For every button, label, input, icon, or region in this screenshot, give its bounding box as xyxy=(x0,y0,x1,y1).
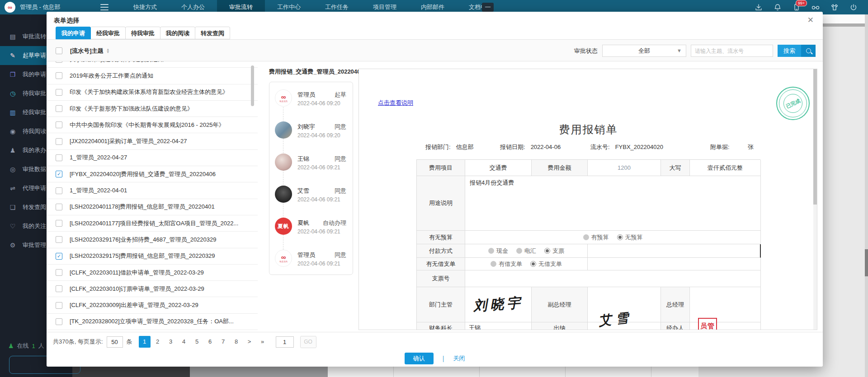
page-1[interactable]: 1 xyxy=(139,336,151,348)
logout-power-icon[interactable] xyxy=(849,3,858,12)
list-item[interactable]: 中共中央国务院印发《中长期青年发展规划2016 - 2025年》 xyxy=(47,117,258,133)
message-icon[interactable]: 99+ xyxy=(792,3,801,12)
approver-name: 刘晓宇 xyxy=(297,123,315,131)
tab-转发查阅[interactable]: 转发查阅 xyxy=(195,27,230,39)
goto-page-input[interactable] xyxy=(276,336,294,348)
form-scrollbar-thumb[interactable] xyxy=(813,69,817,205)
confirm-button[interactable]: 确认 xyxy=(405,353,434,364)
page-5[interactable]: 5 xyxy=(191,336,203,348)
go-button[interactable]: GO xyxy=(300,336,316,348)
list-item[interactable]: [LSH20220401177]项目经费报销_太阳宫OA项目_管理员_2022.… xyxy=(47,215,258,232)
checkbox[interactable] xyxy=(56,269,62,276)
radio-label: 无预算 xyxy=(625,233,643,242)
page-scrollbar-thumb[interactable] xyxy=(865,249,868,276)
glasses-icon[interactable] xyxy=(811,3,820,12)
checkbox[interactable] xyxy=(56,285,62,292)
checkbox[interactable] xyxy=(56,220,62,227)
checked-checkbox[interactable]: ✓ xyxy=(56,171,62,177)
approval-time: 2022-04-06 09:20 xyxy=(297,132,340,139)
close-button[interactable]: 关闭 xyxy=(453,354,465,363)
handler-label: 经办人 xyxy=(661,322,690,330)
radio-现金[interactable]: 现金 xyxy=(488,247,508,255)
approval-action: 同意 xyxy=(335,251,346,259)
checkbox[interactable] xyxy=(56,187,62,194)
radio-dot-icon xyxy=(530,261,536,267)
menu-icon[interactable] xyxy=(100,4,108,10)
tab-我的阅读[interactable]: 我的阅读 xyxy=(160,27,195,39)
next-page-button[interactable]: > xyxy=(244,336,255,348)
download-icon[interactable] xyxy=(754,3,763,12)
page-8[interactable]: 8 xyxy=(231,336,242,348)
checkbox[interactable] xyxy=(56,61,62,63)
list-item[interactable]: [JX202204001]采购订单_管理员_2022-04-27 xyxy=(47,133,258,149)
checked-checkbox[interactable]: ✓ xyxy=(56,253,62,260)
page-4[interactable]: 4 xyxy=(178,336,190,348)
checkbox[interactable] xyxy=(56,236,62,243)
checkbox[interactable] xyxy=(56,105,62,112)
sort-icon[interactable]: ▲▼ xyxy=(106,48,110,54)
search-button[interactable]: 搜索 xyxy=(778,45,816,57)
close-icon[interactable]: ✕ xyxy=(807,15,814,25)
status-dropdown[interactable]: 全部 ▼ xyxy=(602,45,686,57)
tab-经我审批[interactable]: 经我审批 xyxy=(90,27,126,39)
checkbox[interactable] xyxy=(56,204,62,210)
list-item[interactable]: 关于加强和改进机关作风建设的通知 xyxy=(47,61,258,68)
doc-title: 印发《关于加快构建政策体系培育新型农业经营主体的意见》 xyxy=(70,88,228,96)
flow-step: 夏帆夏帆自动办理2022-04-06 09:21 xyxy=(275,218,347,250)
radio-电汇[interactable]: 电汇 xyxy=(516,247,536,255)
radio-selected-无借支单[interactable]: 无借支单 xyxy=(530,260,562,268)
checkbox[interactable] xyxy=(56,138,62,145)
page-scrollbar-track[interactable] xyxy=(865,14,868,377)
list-item[interactable]: 印发《关于加快构建政策体系培育新型农业经营主体的意见》 xyxy=(47,84,258,101)
list-item[interactable]: 1_管理员_2022-04-27 xyxy=(47,150,258,166)
loan-extra-cell xyxy=(588,258,761,270)
tab-我的申请[interactable]: 我的申请 xyxy=(56,27,91,39)
select-all-checkbox[interactable] xyxy=(56,47,62,54)
checkbox[interactable] xyxy=(56,302,62,309)
bell-icon[interactable] xyxy=(773,3,782,12)
page-2[interactable]: 2 xyxy=(152,336,164,348)
approver-name: 夏帆 xyxy=(297,219,309,227)
radio-有预算[interactable]: 有预算 xyxy=(583,233,609,242)
list-item[interactable]: 1_管理员_2022-04-01 xyxy=(47,182,258,199)
list-item[interactable]: ✓[FYBX_202204020]费用报销_交通费_管理员_20220406 xyxy=(47,166,258,182)
tab-待我审批[interactable]: 待我审批 xyxy=(125,27,160,39)
list-item[interactable]: [LSH20220329176]业务招待费_4687_管理员_20220329 xyxy=(47,232,258,248)
list-item[interactable]: 2019年政务公开工作要点的通知 xyxy=(47,68,258,84)
list-scrollbar-thumb[interactable] xyxy=(251,65,254,106)
page-7[interactable]: 7 xyxy=(217,336,229,348)
background-bottom-gray xyxy=(190,367,328,377)
view-note-link[interactable]: 点击查看说明 xyxy=(378,99,413,107)
list-item[interactable]: [CLFK_202203009]出差申请_管理员_2022-03-29 xyxy=(47,297,258,313)
checkbox[interactable] xyxy=(56,121,62,128)
list-item[interactable]: 印发《关于新形势下加强政法队伍建设的意见》 xyxy=(47,101,258,117)
radio-selected-无预算[interactable]: 无预算 xyxy=(617,233,643,242)
checkbox[interactable] xyxy=(56,318,62,325)
list-item[interactable]: [CLFK_202203011]借款申请单_管理员_2022-03-29 xyxy=(47,265,258,281)
list-item[interactable]: [LSH20220401178]费用报销_信息部_管理员_20220401 xyxy=(47,199,258,215)
page-6[interactable]: 6 xyxy=(204,336,216,348)
approval-time: 2022-04-06 09:21 xyxy=(297,164,340,171)
gm-signature xyxy=(690,287,761,322)
last-page-button[interactable]: » xyxy=(257,336,269,348)
radio-有借支单[interactable]: 有借支单 xyxy=(491,260,522,268)
radio-dot-icon xyxy=(491,261,496,267)
list-header: [流水号]主题 ▲▼ xyxy=(56,40,110,62)
page-size-input[interactable] xyxy=(107,336,123,348)
theme-shirt-icon[interactable] xyxy=(830,3,839,12)
page-3[interactable]: 3 xyxy=(165,336,177,348)
list-item[interactable]: [CLFK_202203010]订票申请单_管理员_2022-03-29 xyxy=(47,281,258,297)
doc-title: 关于加强和改进机关作风建设的通知 xyxy=(70,61,164,64)
avatar xyxy=(275,186,292,203)
list-item[interactable]: ✓[LSH20220329175]费用报销_信息部_管理员_20220329 xyxy=(47,248,258,265)
form-title: 费用报销单 xyxy=(416,122,760,137)
checkbox[interactable] xyxy=(56,89,62,96)
list-item[interactable]: [TK_20220328002]立项申请_管理员_20220328_任务：OA部… xyxy=(47,314,258,330)
minimized-window-chip[interactable]: — xyxy=(482,3,494,12)
checkbox[interactable] xyxy=(56,154,62,161)
app-logo-icon[interactable]: ∞ xyxy=(5,2,15,13)
search-input[interactable] xyxy=(691,45,773,57)
radio-selected-支票[interactable]: 支票 xyxy=(544,247,564,255)
radio-label: 现金 xyxy=(496,247,508,255)
checkbox[interactable] xyxy=(56,72,62,79)
